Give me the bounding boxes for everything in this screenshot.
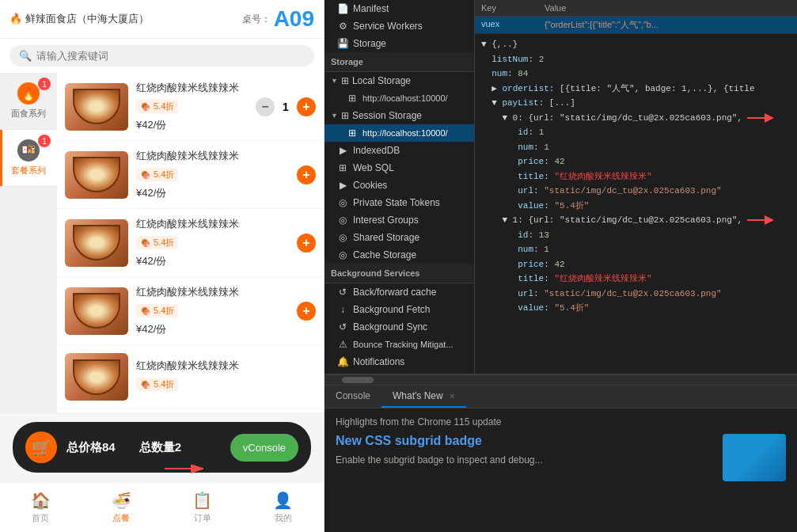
nav-item-profile[interactable]: 👤 我的 [243,488,324,527]
home-icon: 🏠 [31,491,51,510]
menu-discount-0: 🍖 5.4折 [136,100,178,113]
search-input[interactable] [36,50,305,62]
table-row-vuex[interactable]: vuex {"orderList":[{"title":"人气","b... [475,17,797,34]
sidebar-item-session-url[interactable]: ⊞ http://localhost:10000/ [324,124,474,142]
notifications-icon: 🔔 [337,356,348,367]
category-item-set[interactable]: 🍱 套餐系列 1 [0,130,57,187]
order-icon: 🍜 [112,491,131,510]
json-pay0-price: price: 42 [481,154,791,169]
sidebar-item-bfcache[interactable]: ↺ Back/forward cache [324,283,474,301]
tab-close-icon[interactable]: ✕ [449,392,455,401]
devtools-bottom-tabs: Console What's New ✕ [324,386,797,408]
sidebar-item-indexeddb[interactable]: ▶ IndexedDB [324,142,474,159]
sidebar-item-shared-storage[interactable]: ◎ Shared Storage [324,229,474,246]
menu-discount-1: 🍖 5.4折 [136,168,178,181]
active-indicator [0,130,2,186]
menu-image-4 [65,353,128,401]
private-state-label: Private State Tokens [353,197,440,208]
menu-item-0: 红烧肉酸辣米线辣辣米 🍖 5.4折 ¥42/份 − 1 + [57,73,324,141]
menu-price-0: ¥42/份 [136,118,248,132]
sidebar-item-web-sql[interactable]: ⊞ Web SQL [324,159,474,177]
category-label-set: 套餐系列 [11,165,46,175]
cart-bar[interactable]: 🛒 总价格84 总数量2 vConsole [13,422,311,473]
bg-section-header: Background Services [324,264,474,283]
storage-main-label: Storage [353,38,386,49]
menu-price-1: ¥42/份 [136,186,248,200]
sidebar-item-cookies[interactable]: ▶ Cookies [324,177,474,194]
orders-icon: 📋 [192,491,212,510]
tab-console[interactable]: Console [324,386,381,408]
nav-item-home[interactable]: 🏠 首页 [0,488,81,527]
col-key-header: Key [481,3,545,13]
json-pay0-id: id: 1 [481,125,791,140]
tab-whats-new[interactable]: What's New ✕ [381,386,466,408]
menu-image-2 [65,219,128,267]
plus-button-0[interactable]: + [297,97,316,116]
sidebar-item-local-url[interactable]: ⊞ http://localhost:10000/ [324,89,474,107]
scrollbar-track[interactable] [326,377,795,383]
bg-sync-icon: ↺ [337,321,348,332]
chevron-local: ▼ [331,77,338,85]
scrollbar[interactable] [324,375,797,386]
red-arrow-cart [161,465,208,484]
menu-image-3 [65,287,128,335]
plus-button-1[interactable]: + [297,165,316,184]
menu-image-inner-0 [65,83,128,131]
json-pay0-num: num: 1 [481,140,791,155]
sidebar-item-bg-fetch[interactable]: ↓ Background Fetch [324,301,474,318]
interest-groups-icon: ◎ [337,215,348,226]
menu-list: 红烧肉酸辣米线辣辣米 🍖 5.4折 ¥42/份 − 1 + [57,73,324,412]
bowl-shape [73,293,120,329]
vconsole-button[interactable]: vConsole [230,434,298,462]
plus-button-2[interactable]: + [297,234,316,253]
bounce-icon: ⚠ [337,339,348,350]
devtools-panel: 📄 Manifest ⚙ Service Workers 💾 Storage S… [324,0,797,532]
qty-control-0: − 1 + [256,97,316,116]
nav-item-orders[interactable]: 📋 订单 [162,488,243,527]
sidebar-item-manifest[interactable]: 📄 Manifest [324,0,474,17]
json-pay1: ▼ 1: {url: "static/img/dc_tu@2x.025ca603… [481,213,791,228]
sidebar-item-notifications[interactable]: 🔔 Notifications [324,353,474,370]
indexeddb-label: IndexedDB [353,145,400,156]
sidebar-group-local[interactable]: ▼ ⊞ Local Storage [324,72,474,89]
sidebar-item-cache-storage[interactable]: ◎ Cache Storage [324,246,474,264]
css-desc: Enable the subgrid badge to inspect and … [336,453,705,467]
whats-new-tab-label: What's New [393,390,443,401]
sidebar-item-bg-sync[interactable]: ↺ Background Sync [324,318,474,336]
app-panel: 🔥 鲜辣面食店（中海大厦店） 桌号： A09 🔍 🔥 面食系列 1 🍱 套餐系列… [0,0,324,532]
shared-storage-label: Shared Storage [353,232,419,243]
sidebar-item-service-workers[interactable]: ⚙ Service Workers [324,17,474,35]
local-storage-icon: ⊞ [341,75,349,86]
nav-item-order[interactable]: 🍜 点餐 [81,488,161,527]
scrollbar-thumb[interactable] [342,377,374,383]
menu-image-0 [65,83,128,131]
qty-control-3: − 0 + [256,302,316,321]
sidebar-item-interest-groups[interactable]: ◎ Interest Groups [324,211,474,229]
bg-fetch-label: Background Fetch [353,304,430,315]
sidebar-group-session[interactable]: ▼ ⊞ Session Storage [324,107,474,124]
menu-item-1: 红烧肉酸辣米线辣辣米 🍖 5.4折 ¥42/份 − 0 + [57,141,324,209]
json-orderlist: ▶ orderList: [{title: "人气", badge: 1,...… [481,82,791,97]
sidebar-item-storage-main[interactable]: 💾 Storage [324,35,474,52]
category-item-food[interactable]: 🔥 面食系列 1 [0,73,57,130]
json-listnum: listNum: 2 [481,52,791,67]
qty-control-1: − 0 + [256,165,316,184]
json-pay1-url: url: "static/img/dc_tu@2x.025ca603.png" [481,287,791,302]
menu-image-1 [65,151,128,199]
qty-num-0: 1 [279,101,292,113]
menu-info-0: 红烧肉酸辣米线辣辣米 🍖 5.4折 ¥42/份 [136,81,248,132]
indexeddb-icon: ▶ [337,145,348,156]
notifications-label: Notifications [353,356,404,367]
minus-button-0[interactable]: − [256,97,275,116]
search-wrap[interactable]: 🔍 [9,45,314,66]
nav-label-home: 首页 [32,512,49,524]
bowl-shape [73,89,120,124]
key-cell-vuex: vuex [481,19,545,31]
sidebar-item-private-state[interactable]: ◎ Private State Tokens [324,194,474,211]
manifest-label: Manifest [353,3,389,14]
sidebar-item-bounce[interactable]: ⚠ Bounce Tracking Mitigat... [324,336,474,353]
shared-storage-icon: ◎ [337,232,348,243]
json-viewer: ▼ {,..} listNum: 2 num: 84 ▶ orderList: … [475,34,797,374]
nav-label-orders: 订单 [194,512,211,524]
plus-button-3[interactable]: + [297,302,316,321]
